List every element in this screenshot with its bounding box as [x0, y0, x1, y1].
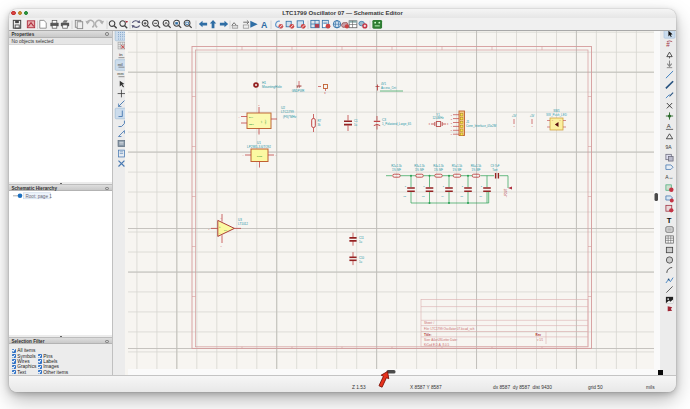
- svg-text:mil: mil: [117, 63, 122, 67]
- svg-text:C3: C3: [422, 195, 426, 197]
- svg-text:C4: C4: [441, 195, 445, 197]
- svg-text:+5V: +5V: [512, 114, 517, 118]
- svg-text:Rev: Rev: [536, 333, 542, 337]
- svg-text:Tant: Tant: [492, 168, 498, 172]
- svg-text:LP2985-3.6/TO92: LP2985-3.6/TO92: [247, 145, 271, 149]
- svg-text:C6: C6: [479, 195, 483, 197]
- svg-text:(FS)*MHz: (FS)*MHz: [283, 115, 297, 119]
- svg-text:1u: 1u: [359, 260, 363, 264]
- svg-text:2: 2: [451, 118, 453, 120]
- svg-text:File: LTC1799 Oscillator 07.ki: File: LTC1799 Oscillator 07.kicad_sch: [424, 327, 475, 331]
- svg-text:C5: C5: [460, 195, 464, 197]
- svg-text:A: A: [261, 20, 268, 30]
- svg-text:4: 4: [451, 125, 453, 127]
- svg-text:A: A: [667, 123, 671, 129]
- svg-text:SET: SET: [249, 123, 254, 126]
- svg-text:2: 2: [405, 185, 407, 187]
- svg-text:GNDPWR: GNDPWR: [292, 89, 305, 93]
- svg-text:3: 3: [451, 122, 453, 124]
- svg-text:x: x: [208, 228, 210, 231]
- svg-text:mm: mm: [117, 72, 123, 76]
- svg-text:Root: page 1: Root: page 1: [26, 194, 53, 199]
- svg-text:OUT: OUT: [264, 119, 267, 125]
- svg-text:<: <: [243, 154, 245, 157]
- svg-text:KiCad E.D.A. 8.0.5: KiCad E.D.A. 8.0.5: [424, 343, 450, 347]
- svg-text:T: T: [667, 216, 672, 225]
- svg-text:LTC1799: LTC1799: [281, 110, 294, 114]
- svg-text:Access_Cnt: Access_Cnt: [381, 86, 396, 90]
- svg-text:A↔: A↔: [665, 175, 673, 180]
- svg-text:GND: GND: [257, 155, 263, 158]
- svg-text:1: 1: [451, 114, 453, 116]
- svg-text:1: 1: [258, 104, 260, 107]
- svg-text:x: x: [429, 123, 431, 126]
- svg-text:x: x: [221, 245, 223, 248]
- svg-text:Sheet: /: Sheet: /: [424, 321, 435, 325]
- svg-text:1: 1: [531, 125, 533, 127]
- svg-text:2: 2: [481, 185, 483, 187]
- svg-text:1% MF: 1% MF: [453, 168, 462, 172]
- svg-text:C2: C2: [403, 195, 407, 197]
- svg-text:6: 6: [451, 133, 453, 135]
- svg-text:MountingHole: MountingHole: [262, 85, 282, 89]
- svg-text:SW_Push_LED: SW_Push_LED: [546, 113, 568, 117]
- svg-text:1u: 1u: [359, 240, 363, 244]
- svg-text:1% MF: 1% MF: [415, 168, 424, 172]
- svg-text:2: 2: [462, 185, 464, 187]
- svg-text:3k: 3k: [318, 123, 322, 127]
- svg-text:1_Polarized_Large_65: 1_Polarized_Large_65: [382, 122, 411, 126]
- svg-text:5: 5: [451, 129, 453, 131]
- svg-text:+5V: +5V: [530, 114, 535, 118]
- svg-text:#: #: [666, 41, 670, 48]
- svg-text:+FOUT: +FOUT: [504, 188, 508, 197]
- svg-text:1% MF: 1% MF: [472, 168, 481, 172]
- svg-text:1% MF: 1% MF: [392, 168, 401, 172]
- svg-text:12.0MHz: 12.0MHz: [432, 116, 444, 120]
- svg-text:LT1012: LT1012: [238, 222, 248, 226]
- svg-text:1u: 1u: [354, 123, 358, 127]
- svg-text:v 1/1: v 1/1: [537, 338, 544, 342]
- svg-text:Conn_Interface_05x2M: Conn_Interface_05x2M: [466, 124, 497, 128]
- svg-text:<: <: [239, 116, 241, 119]
- svg-text:DIV: DIV: [249, 116, 253, 119]
- svg-text:Size: A4orUSLetter Date:: Size: A4orUSLetter Date:: [424, 338, 458, 342]
- svg-text:x: x: [324, 91, 326, 95]
- svg-text:1% MF: 1% MF: [434, 168, 443, 172]
- svg-text:2: 2: [423, 185, 425, 187]
- svg-text:x: x: [447, 123, 449, 126]
- svg-text:Title:: Title:: [424, 333, 432, 337]
- svg-text:9A: 9A: [665, 145, 672, 150]
- svg-text:2: 2: [443, 185, 445, 187]
- svg-text:in: in: [118, 52, 122, 57]
- svg-text:1: 1: [513, 125, 515, 127]
